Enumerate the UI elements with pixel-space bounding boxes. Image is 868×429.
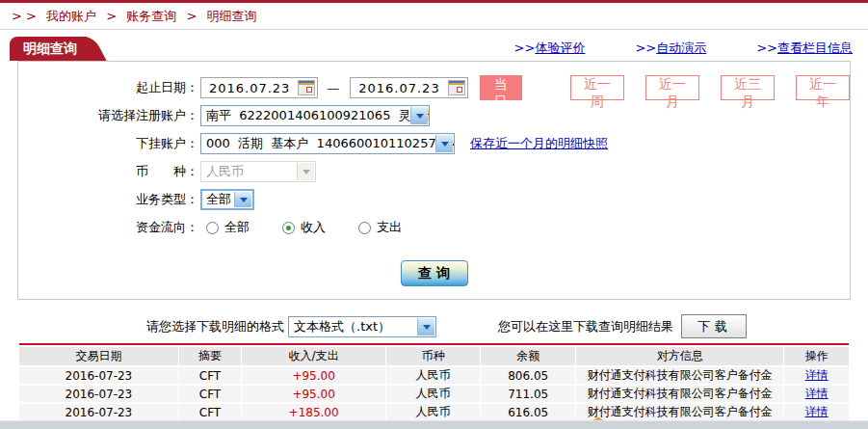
cell-summary: CFT (178, 403, 241, 421)
sub-account-value: 000 活期 基本户 1406600101102571848 (206, 135, 455, 152)
date-from-value: 2016.07.23 (201, 81, 298, 95)
download-section: 请您选择下载明细的格式 文本格式（.txt） 您可以在这里下载查询明细结果 下载 (0, 314, 868, 338)
detail-link[interactable]: 详情 (805, 387, 829, 400)
quick-range-week-button[interactable]: 近一周 (570, 75, 624, 100)
fund-flow-row: 资金流向： 全部 收入 支出 (18, 216, 850, 239)
currency-value: 人民币 (206, 163, 244, 180)
column-info-link[interactable]: >>查看栏目信息 (756, 40, 853, 57)
flow-expense-radio[interactable]: 支出 (358, 219, 402, 236)
quick-range-month-button[interactable]: 近一月 (645, 75, 699, 100)
cell-amount: +185.00 (242, 403, 386, 421)
register-account-select[interactable]: 南平 6222001406100921065 灵通卡 (200, 105, 430, 126)
sub-account-row: 下挂账户： 000 活期 基本户 1406600101102571848 保存近… (18, 132, 850, 155)
cell-currency: 人民币 (386, 366, 481, 385)
dropdown-arrow-icon[interactable] (435, 135, 453, 152)
tab-detail-query[interactable]: 明细查询 (10, 37, 87, 61)
business-type-value: 全部 (206, 191, 231, 208)
breadcrumb-prefix: > > (12, 9, 37, 23)
col-action: 操作 (784, 347, 849, 366)
radio-circle-icon[interactable] (206, 222, 219, 234)
radio-circle-icon[interactable] (282, 222, 295, 234)
calendar-icon[interactable] (298, 80, 315, 95)
cell-date: 2016-07-23 (19, 366, 178, 385)
cell-summary: CFT (178, 385, 241, 403)
cell-amount: +95.00 (242, 366, 386, 385)
sub-account-select[interactable]: 000 活期 基本户 1406600101102571848 (200, 133, 455, 154)
table-header-row: 交易日期 摘要 收入/支出 币种 余额 对方信息 操作 (19, 347, 849, 366)
register-account-label: 请选择注册账户： (18, 107, 198, 124)
sub-account-label: 下挂账户： (18, 135, 198, 152)
breadcrumb-item-my-account[interactable]: 我的账户 (46, 9, 96, 23)
fund-flow-options: 全部 收入 支出 (206, 219, 402, 236)
currency-label: 币 种： (18, 163, 198, 180)
date-to-input[interactable]: 2016.07.23 (350, 77, 467, 98)
transactions-table-section: 交易日期 摘要 收入/支出 币种 余额 对方信息 操作 2016-07-23 C… (19, 343, 849, 422)
date-from-input[interactable]: 2016.07.23 (200, 77, 318, 98)
col-currency: 币种 (386, 347, 481, 366)
calendar-icon[interactable] (448, 80, 465, 95)
download-format-value: 文本格式（.txt） (294, 318, 390, 335)
download-format-select[interactable]: 文本格式（.txt） (288, 316, 436, 337)
business-type-row: 业务类型： 全部 (18, 188, 850, 211)
cell-summary: CFT (178, 366, 241, 385)
breadcrumb: > > 我的账户 > 账务查询 > 明细查询 (0, 3, 868, 30)
col-date: 交易日期 (19, 347, 178, 366)
register-account-value: 南平 6222001406100921065 灵通卡 (206, 107, 430, 124)
date-to-value: 2016.07.23 (351, 81, 447, 95)
radio-circle-icon[interactable] (358, 222, 371, 234)
query-button[interactable]: 查 询 (401, 260, 468, 286)
date-range-row: 起止日期： 2016.07.23 — 2016.07.23 当日 近一周 近一月… (18, 76, 850, 99)
cell-balance: 616.05 (481, 403, 576, 421)
detail-link[interactable]: 详情 (805, 405, 829, 418)
date-range-dash: — (327, 81, 339, 95)
cell-currency: 人民币 (386, 403, 481, 421)
cell-date: 2016-07-23 (19, 385, 178, 403)
flow-expense-label: 支出 (377, 219, 402, 236)
download-format-label: 请您选择下载明细的格式 (146, 318, 284, 335)
transactions-table: 交易日期 摘要 收入/支出 币种 余额 对方信息 操作 2016-07-23 C… (19, 347, 849, 422)
quick-range-3months-button[interactable]: 近三月 (721, 75, 775, 100)
business-type-label: 业务类型： (18, 191, 198, 208)
flow-income-label: 收入 (301, 219, 326, 236)
col-counterparty: 对方信息 (576, 347, 784, 366)
col-balance: 余额 (481, 347, 576, 366)
save-snapshot-link[interactable]: 保存近一个月的明细快照 (470, 135, 608, 152)
quick-range-year-button[interactable]: 近一年 (796, 75, 850, 100)
tab-label: 明细查询 (23, 40, 77, 56)
currency-select: 人民币 (200, 161, 316, 182)
dropdown-arrow-icon[interactable] (417, 318, 434, 335)
breadcrumb-item-detail-query[interactable]: 明细查询 (206, 9, 256, 23)
detail-link[interactable]: 详情 (805, 368, 829, 382)
download-hint: 您可以在这里下载查询明细结果 (498, 318, 673, 335)
cell-date: 2016-07-23 (19, 403, 178, 421)
cell-counterparty: 财付通支付科技有限公司客户备付金 (576, 385, 784, 403)
business-type-select[interactable]: 全部 (200, 189, 254, 210)
breadcrumb-separator: > (186, 9, 197, 23)
dropdown-arrow-icon (297, 163, 314, 180)
query-form: 起止日期： 2016.07.23 — 2016.07.23 当日 近一周 近一月… (17, 61, 851, 300)
download-button[interactable]: 下载 (681, 314, 747, 338)
experience-feedback-link[interactable]: >>体验评价 (514, 40, 586, 57)
table-accent-line (19, 343, 849, 345)
header-links: >>体验评价 >>自动演示 >>查看栏目信息 (514, 40, 853, 57)
table-row: 2016-07-23 CFT +95.00 人民币 806.05 财付通支付科技… (19, 366, 849, 385)
quick-range-today-button[interactable]: 当日 (480, 75, 522, 100)
cell-counterparty: 财付通支付科技有限公司客户备付金 (576, 366, 784, 385)
bottom-bar (0, 420, 868, 429)
cell-counterparty: 财付通支付科技有限公司客户备付金 (576, 403, 784, 421)
cell-balance: 806.05 (481, 366, 576, 385)
auto-demo-link[interactable]: >>自动演示 (635, 40, 706, 57)
flow-all-radio[interactable]: 全部 (206, 219, 250, 236)
dropdown-arrow-icon[interactable] (234, 192, 251, 207)
dropdown-arrow-icon[interactable] (410, 107, 428, 124)
fund-flow-label: 资金流向： (18, 219, 198, 236)
query-button-row: 查 询 (18, 260, 850, 286)
col-summary: 摘要 (178, 347, 241, 366)
breadcrumb-separator: > (106, 9, 117, 23)
cell-balance: 711.05 (481, 385, 576, 403)
cell-currency: 人民币 (386, 385, 481, 403)
table-row: 2016-07-23 CFT +95.00 人民币 711.05 财付通支付科技… (19, 385, 849, 403)
flow-income-radio[interactable]: 收入 (282, 219, 326, 236)
breadcrumb-item-account-query[interactable]: 账务查询 (126, 9, 176, 23)
table-row: 2016-07-23 CFT +185.00 人民币 616.05 财付通支付科… (19, 403, 849, 421)
